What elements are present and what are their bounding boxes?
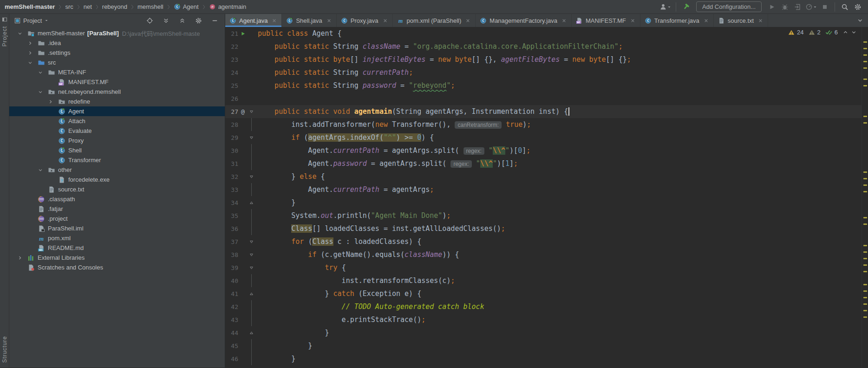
chevron-closed-icon[interactable]	[46, 99, 55, 105]
profiler-button[interactable]	[805, 1, 817, 13]
code-line[interactable]: 31 Agent.password = agentArgs.split( reg…	[225, 157, 868, 170]
code-line[interactable]: 43 e.printStackTrace();	[225, 313, 868, 326]
editor-tab[interactable]: MFMANIFEST.MF	[572, 14, 640, 27]
code-line[interactable]: 24 public static String currentPath;	[225, 66, 868, 79]
fold-collapse-icon[interactable]	[248, 170, 255, 183]
close-tab-button[interactable]	[630, 18, 636, 24]
tree-item[interactable]: .classpath	[9, 194, 225, 204]
tree-item[interactable]: other	[9, 165, 225, 175]
close-tab-button[interactable]	[326, 18, 332, 24]
code-line[interactable]: 36 Class[] loadedClasses = inst.getAllLo…	[225, 222, 868, 235]
editor-tab[interactable]: CTransformer.java	[640, 14, 714, 27]
editor-tab[interactable]: CProxy.java	[337, 14, 393, 27]
code-line[interactable]: 30 Agent.currentPath = agentArgs.split( …	[225, 144, 868, 157]
code-line[interactable]: 27@ public static void agentmain(String …	[225, 105, 868, 118]
tree-item[interactable]: Scratches and Consoles	[9, 263, 225, 272]
tree-item[interactable]: External Libraries	[9, 253, 225, 263]
close-tab-button[interactable]	[465, 18, 471, 24]
close-tab-button[interactable]	[757, 18, 764, 24]
editor-tab[interactable]: mpom.xml (ParaShell)	[393, 14, 476, 27]
code-line[interactable]: 46 }	[225, 352, 868, 365]
code-line[interactable]: 32 } else {	[225, 170, 868, 183]
tool-window-project-button[interactable]: Project	[1, 26, 8, 46]
tab-list-button[interactable]	[852, 14, 868, 27]
tree-item[interactable]: CTransformer	[9, 155, 225, 165]
project-panel-title[interactable]: Project	[23, 17, 42, 24]
breadcrumb-item[interactable]: net	[84, 3, 92, 10]
code-line[interactable]: 40 inst.retransformClasses(c);	[225, 274, 868, 287]
hide-button[interactable]	[209, 16, 220, 25]
chevron-open-icon[interactable]	[36, 167, 45, 173]
run-coverage-button[interactable]	[792, 1, 803, 13]
code-line[interactable]: 39 try {	[225, 261, 868, 274]
code-line[interactable]: 33 Agent.currentPath = agentArgs;	[225, 183, 868, 196]
fold-end-icon[interactable]	[248, 287, 255, 300]
build-hammer-button[interactable]	[680, 1, 692, 13]
expand-all-button[interactable]	[160, 16, 171, 25]
chevron-closed-icon[interactable]	[26, 50, 34, 56]
annotation-gutter-icon[interactable]: @	[238, 108, 248, 115]
fold-collapse-icon[interactable]	[248, 261, 255, 274]
tree-item[interactable]: src	[9, 58, 225, 67]
stop-button[interactable]	[819, 1, 830, 13]
tree-item[interactable]: source.txt	[9, 184, 225, 194]
code-editor[interactable]: 24 2 6 21public class Agent {22 public s…	[225, 27, 868, 368]
code-line[interactable]: 41 } catch (Exception e) {	[225, 287, 868, 300]
code-line[interactable]: 44 }	[225, 326, 868, 339]
code-line[interactable]: 23 public static byte[] injectFileBytes …	[225, 53, 868, 66]
code-line[interactable]: 42 // TODO Auto-generated catch block	[225, 300, 868, 313]
fold-collapse-icon[interactable]	[248, 248, 255, 261]
chevron-open-icon[interactable]	[36, 70, 45, 75]
code-line[interactable]: 34 }	[225, 196, 868, 209]
fold-collapse-icon[interactable]	[248, 131, 255, 144]
tree-item[interactable]: memShell-master[ParaShell]D:\java代码\memS…	[9, 28, 225, 38]
code-line[interactable]: 26	[225, 92, 868, 105]
code-line[interactable]: 37 for (Class c : loadedClasses) {	[225, 235, 868, 248]
tree-item[interactable]: CEvaluate	[9, 126, 225, 136]
close-tab-button[interactable]	[271, 18, 277, 24]
tree-item[interactable]: redefine	[9, 97, 225, 106]
locate-button[interactable]	[144, 16, 155, 25]
chevron-open-icon[interactable]	[16, 31, 24, 36]
error-stripe[interactable]	[861, 27, 868, 368]
code-line[interactable]: 21public class Agent {	[225, 27, 868, 40]
close-tab-button[interactable]	[703, 18, 709, 24]
code-line[interactable]: 35 System.out.println("Agent Main Done")…	[225, 209, 868, 222]
editor-tab[interactable]: CAgent.java	[225, 14, 282, 27]
tree-item[interactable]: mpom.xml	[9, 233, 225, 243]
run-gutter-icon[interactable]	[238, 31, 248, 36]
chevron-closed-icon[interactable]	[26, 40, 34, 46]
editor-tab[interactable]: CManagementFactory.java	[476, 14, 572, 27]
code-line[interactable]: 45 }	[225, 339, 868, 352]
code-line[interactable]: 38 if (c.getName().equals(className)) {	[225, 248, 868, 261]
tree-item[interactable]: ?forcedelete.exe	[9, 175, 225, 184]
breadcrumb-item[interactable]: magentmain	[209, 3, 247, 10]
tree-item[interactable]: .project	[9, 214, 225, 223]
close-tab-button[interactable]	[382, 18, 388, 24]
fold-end-icon[interactable]	[248, 326, 255, 339]
editor-tab[interactable]: source.txt	[714, 14, 768, 27]
tree-item[interactable]: CAttach	[9, 116, 225, 126]
collapse-all-button[interactable]	[176, 16, 188, 25]
inspections-widget[interactable]: 24 2 6	[788, 29, 857, 36]
run-play-button[interactable]	[766, 1, 777, 13]
user-account-button[interactable]	[659, 1, 672, 13]
add-configuration-button[interactable]: Add Configuration...	[696, 1, 762, 12]
tree-item[interactable]: .settings	[9, 48, 225, 58]
breadcrumb-item[interactable]: CAgent	[174, 3, 199, 10]
breadcrumb-item[interactable]: memshell	[137, 3, 163, 10]
chevron-open-icon[interactable]	[36, 89, 45, 95]
tree-item[interactable]: ParaShell.iml	[9, 223, 225, 233]
code-line[interactable]: 25 public static String password = "rebe…	[225, 79, 868, 92]
tree-item[interactable]: net.rebeyond.memshell	[9, 87, 225, 97]
tool-window-structure-button[interactable]: Structure	[1, 336, 8, 363]
code-line[interactable]: 29 if (agentArgs.indexOf("^") >= 0) {	[225, 131, 868, 144]
tree-item[interactable]: CProxy	[9, 136, 225, 145]
chevron-closed-icon[interactable]	[16, 255, 24, 261]
breadcrumb-item[interactable]: rebeyond	[102, 3, 127, 10]
tree-item[interactable]: .fatjar	[9, 204, 225, 214]
tree-item[interactable]: CAgent	[9, 106, 225, 116]
editor-tab[interactable]: CShell.java	[282, 14, 336, 27]
fold-collapse-icon[interactable]	[248, 235, 255, 248]
tree-item[interactable]: .idea	[9, 38, 225, 48]
